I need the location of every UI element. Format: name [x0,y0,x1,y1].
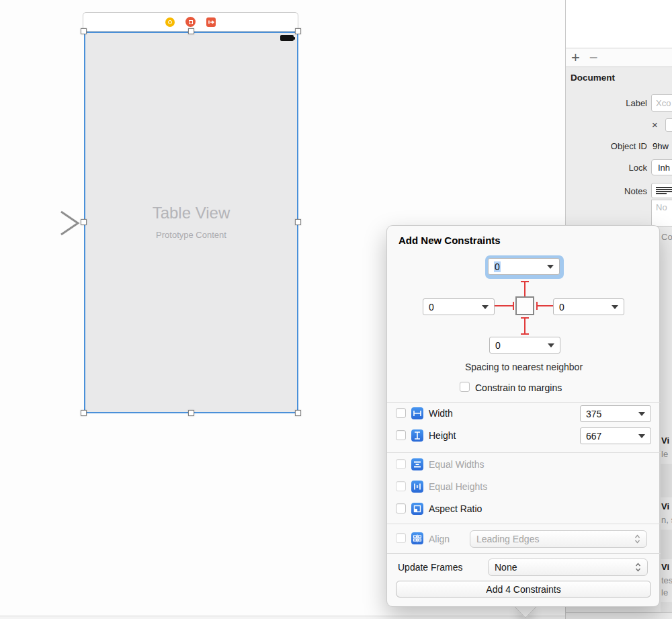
table-view[interactable] [84,32,298,413]
constrain-to-margins-label: Constrain to margins [475,382,562,393]
first-responder-icon[interactable] [185,17,196,27]
aspect-ratio-label: Aspect Ratio [429,503,482,514]
align-icon [411,532,423,544]
label-row-label: Label [571,98,647,108]
trailing-spacing-combo[interactable]: 0 [553,298,624,315]
document-section-title: Document [571,73,615,83]
divider [387,452,661,453]
selection-handle-top-left[interactable] [81,28,87,34]
view-controller-icon[interactable] [165,17,175,27]
top-spacing-combo[interactable]: 0 [488,258,560,275]
list-row-band [661,464,672,497]
selection-handle-bottom-left[interactable] [81,410,87,416]
notes-format-button[interactable] [651,183,672,198]
clipped-list-item-desc: tes [661,575,672,585]
top-spacing-focus-ring: 0 [485,255,564,279]
aspect-ratio-icon [411,503,423,515]
add-constraints-button[interactable]: Add 4 Constraints [396,581,651,597]
chevron-down-icon[interactable] [548,343,554,347]
divider [387,553,661,554]
add-remove-toolbar: + − [566,48,672,67]
trailing-spacing-value: 0 [559,302,564,313]
align-popup-value: Leading Edges [476,534,539,544]
bottom-spacing-value: 0 [495,340,501,351]
width-checkbox[interactable] [396,408,406,418]
chevron-down-icon[interactable] [482,305,489,309]
table-view-title: Table View [84,204,298,222]
selection-handle-top-mid[interactable] [188,28,194,34]
divider [387,524,661,524]
clipped-content-text: Co [661,232,672,242]
clipped-list-item-title: Vi [661,436,669,446]
storyboard-entry-arrow[interactable] [18,208,82,238]
equal-heights-icon [411,481,423,493]
clipped-list-item-title: Vi [661,562,669,572]
align-popup[interactable]: Leading Edges [470,530,647,548]
bottom-strut-icon[interactable] [520,317,530,335]
lock-popup[interactable]: Inh [651,159,672,175]
popover-title: Add New Constraints [398,235,501,246]
lock-label: Lock [571,163,647,173]
list-row-band [661,602,672,612]
text-lines-icon [656,186,672,196]
chevron-down-icon[interactable] [612,305,618,309]
update-frames-popup[interactable]: None [488,559,648,576]
width-constraint-icon [411,407,423,419]
leading-strut-icon[interactable] [491,301,514,311]
chevron-down-icon[interactable] [638,434,645,438]
clipped-list-item-desc: le [661,587,668,597]
notes-textarea[interactable] [651,200,672,226]
bottom-spacing-combo[interactable]: 0 [489,337,560,354]
view-controller-icon-ring [168,20,172,24]
height-combo[interactable]: 667 [580,427,651,444]
height-label: Height [429,430,456,441]
chevron-down-icon[interactable] [547,265,554,269]
remove-button[interactable]: − [589,51,598,65]
chevron-down-icon[interactable] [638,412,645,416]
add-button[interactable]: + [571,51,580,65]
list-row-band [661,530,672,559]
notes-label: Notes [571,186,647,196]
equal-heights-checkbox[interactable] [396,481,406,491]
table-view-subtitle: Prototype Content [84,230,298,240]
panel-bottom-divider [565,612,672,613]
clipped-list-item-desc: le [661,449,668,459]
label-input[interactable] [651,94,672,112]
align-checkbox[interactable] [396,533,406,543]
height-checkbox[interactable] [396,430,406,440]
update-frames-label: Update Frames [398,562,462,573]
update-frames-value: None [495,562,517,573]
equal-widths-icon [411,458,423,470]
canvas-bottom-strip [0,616,565,619]
add-new-constraints-popover: Add New Constraints 0 0 0 0 [386,225,660,607]
leading-spacing-value: 0 [429,302,434,313]
spacing-caption: Spacing to nearest neighbor [387,362,661,372]
selection-handle-mid-left[interactable] [81,219,87,225]
chevron-up-down-icon [635,562,641,573]
selection-handle-bottom-right[interactable] [295,410,301,416]
clear-label-color-icon[interactable]: × [652,119,658,130]
object-id-value: 9hw [653,141,669,151]
chevron-up-down-icon [634,534,640,544]
exit-icon[interactable] [206,17,216,27]
aspect-ratio-checkbox[interactable] [396,503,406,513]
selection-handle-mid-right[interactable] [295,219,301,225]
first-responder-cube [189,20,193,24]
clipped-list-item-title: Vi [661,501,669,511]
width-combo[interactable]: 375 [580,405,651,422]
lock-popup-value: Inh [658,163,670,173]
constrain-to-margins-checkbox[interactable] [460,382,470,392]
width-value: 375 [586,409,601,419]
equal-widths-label: Equal Widths [429,459,484,470]
leading-spacing-combo[interactable]: 0 [423,298,495,315]
align-label: Align [429,534,450,544]
label-color-well[interactable] [665,118,672,132]
selection-handle-bottom-mid[interactable] [188,410,194,416]
equal-widths-checkbox[interactable] [396,459,406,469]
inspector-top-area [566,0,672,48]
top-spacing-value: 0 [494,261,501,272]
constraint-target-square [515,296,534,315]
height-constraint-icon [411,429,423,442]
selection-handle-top-right[interactable] [295,28,301,34]
equal-heights-label: Equal Heights [429,481,487,492]
